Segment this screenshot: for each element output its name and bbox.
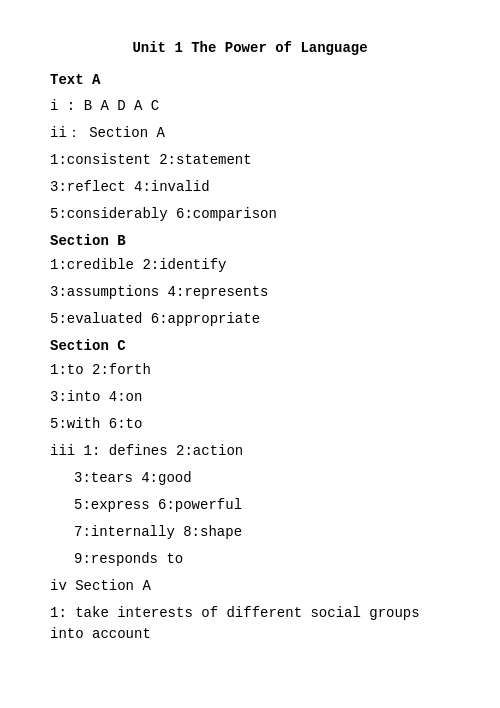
part-iv-line: iv Section A xyxy=(50,576,450,597)
part-iii-content-text: defines 2:action xyxy=(109,443,243,459)
part-iii-line-4: 9:responds to xyxy=(50,549,450,570)
part-i-line: i : B A D A C xyxy=(50,96,450,117)
section-b-line-2: 3:assumptions 4:represents xyxy=(50,282,450,303)
part-iii-line: iii 1: defines 2:action xyxy=(50,441,450,462)
text-a-header: Text A xyxy=(50,72,450,88)
part-i-content: B A D A C xyxy=(84,98,160,114)
page-title: Unit 1 The Power of Language xyxy=(50,40,450,56)
part-iii-label: iii 1: xyxy=(50,443,100,459)
part-iii-line-2: 5:express 6:powerful xyxy=(50,495,450,516)
section-c-header: Section C xyxy=(50,338,450,354)
section-c-line-1: 1:to 2:forth xyxy=(50,360,450,381)
part-ii-label: ii： xyxy=(50,125,81,141)
section-c-line-2: 3:into 4:on xyxy=(50,387,450,408)
part-ii-line: ii： Section A xyxy=(50,123,450,144)
section-b-line-1: 1:credible 2:identify xyxy=(50,255,450,276)
section-b-line-3: 5:evaluated 6:appropriate xyxy=(50,309,450,330)
part-iv-label: iv Section A xyxy=(50,578,151,594)
part-iii-line-1: 3:tears 4:good xyxy=(50,468,450,489)
part-i-label: i : xyxy=(50,98,75,114)
part-iv-content-1: 1: take interests of different social gr… xyxy=(50,603,450,645)
section-a-line-1: 1:consistent 2:statement xyxy=(50,150,450,171)
section-b-header: Section B xyxy=(50,233,450,249)
section-a-line-2: 3:reflect 4:invalid xyxy=(50,177,450,198)
part-iii-line-3: 7:internally 8:shape xyxy=(50,522,450,543)
part-ii-content: Section A xyxy=(89,125,165,141)
section-a-line-3: 5:considerably 6:comparison xyxy=(50,204,450,225)
section-c-line-3: 5:with 6:to xyxy=(50,414,450,435)
